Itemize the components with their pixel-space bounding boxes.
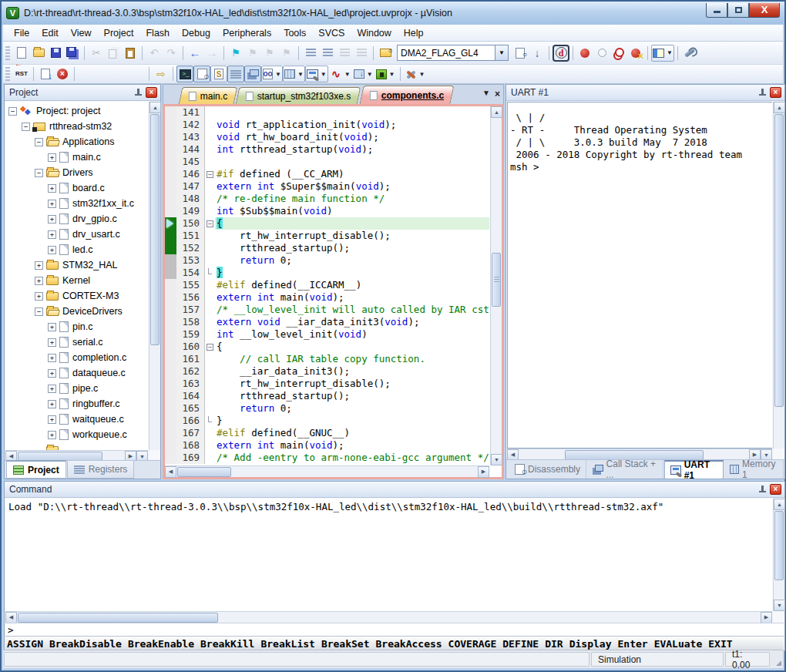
navigate-back-button[interactable] [186, 45, 203, 62]
collapse-icon[interactable]: − [35, 138, 43, 146]
redo-button[interactable] [163, 45, 180, 62]
command-button-breakdisable[interactable]: BreakDisable [49, 638, 122, 650]
menu-tools[interactable]: Tools [277, 25, 312, 41]
editor-vscrollbar[interactable]: ▲ ▼ [490, 106, 502, 465]
pin-icon[interactable] [133, 88, 143, 98]
expand-icon[interactable]: + [48, 385, 56, 393]
tree-item-devicedrivers[interactable]: −DeviceDrivers [5, 304, 148, 319]
command-button-enter[interactable]: Enter [617, 638, 647, 650]
command-button-breakset[interactable]: BreakSet [321, 638, 370, 650]
kill-all-breakpoints-button[interactable] [627, 45, 644, 62]
find-in-files-button[interactable] [377, 45, 394, 62]
pin-icon[interactable] [757, 485, 768, 495]
dropdown-arrow-icon[interactable]: ▼ [344, 71, 351, 78]
close-button[interactable]: X [749, 3, 780, 18]
insert-breakpoint-button[interactable] [576, 45, 593, 62]
tree-item-board-c[interactable]: +board.c [5, 180, 148, 196]
dropdown-arrow-icon[interactable]: ▼ [321, 71, 327, 78]
command-button-breakkill[interactable]: BreakKill [200, 638, 254, 650]
dropdown-arrow-icon[interactable]: ▼ [297, 71, 304, 78]
search-combo[interactable]: DMA2_FLAG_GL4▼ [397, 45, 509, 61]
disable-all-breakpoints-button[interactable] [610, 45, 627, 62]
scroll-down-icon[interactable]: ▼ [491, 454, 502, 465]
scroll-up-icon[interactable]: ▲ [774, 102, 785, 113]
scroll-left-icon[interactable]: ◀ [5, 612, 17, 623]
command-button-breaklist[interactable]: BreakList [260, 638, 314, 650]
code-area[interactable]: 141142void rt_application_init(void);143… [165, 106, 489, 465]
dropdown-arrow-icon[interactable]: ▼ [389, 71, 395, 78]
tree-item-project-project[interactable]: −Project: project [5, 103, 148, 119]
run-to-cursor-button[interactable] [129, 66, 146, 82]
system-viewer-button[interactable]: ▼ [375, 66, 397, 82]
command-button-breakaccess[interactable]: BreakAccess [376, 638, 442, 650]
enable-breakpoint-button[interactable] [593, 45, 610, 62]
next-bookmark-button[interactable] [261, 45, 278, 62]
tree-item-workqueue-c[interactable]: +workqueue.c [5, 427, 148, 442]
scroll-left-icon[interactable]: ◀ [165, 466, 176, 478]
expand-icon[interactable]: + [48, 415, 56, 424]
open-file-button[interactable] [30, 45, 47, 62]
menu-window[interactable]: Window [351, 25, 397, 41]
expand-icon[interactable]: + [48, 338, 56, 347]
menu-file[interactable]: File [8, 25, 35, 41]
tab-list-dropdown-icon[interactable]: ▼ [482, 89, 490, 99]
window-layout-button[interactable]: ▼ [651, 45, 674, 62]
menu-flash[interactable]: Flash [139, 25, 176, 41]
expand-icon[interactable]: + [48, 400, 56, 408]
comment-button[interactable] [336, 45, 353, 62]
fold-collapse-icon[interactable]: − [207, 344, 213, 351]
expand-icon[interactable]: + [48, 215, 56, 223]
debug-toolbox-button[interactable]: ▼ [404, 66, 427, 82]
collapse-icon[interactable]: − [22, 123, 30, 131]
command-vscrollbar[interactable]: ▲ ▼ [773, 499, 784, 611]
tree-item-main-c[interactable]: +main.c [5, 150, 148, 165]
expand-icon[interactable]: + [35, 292, 43, 301]
expand-icon[interactable]: + [48, 230, 56, 239]
analysis-window-button[interactable]: ▼ [328, 66, 352, 82]
find-in-files-results-button[interactable] [512, 45, 529, 62]
tab-memory-1[interactable]: Memory 1 [724, 460, 784, 479]
command-button-exit[interactable]: EXIT [708, 638, 732, 650]
paste-button[interactable] [122, 45, 139, 62]
tree-item-pipe-c[interactable]: +pipe.c [5, 381, 148, 396]
tab-registers[interactable]: Registers [67, 461, 135, 479]
symbol-window-button[interactable]: S [210, 66, 227, 82]
memory-window-button[interactable]: ▼ [283, 66, 305, 82]
close-icon[interactable]: × [770, 484, 781, 495]
uncomment-button[interactable] [353, 45, 370, 62]
expand-icon[interactable]: + [48, 153, 56, 162]
scroll-right-icon[interactable]: ▶ [478, 466, 489, 478]
indent-button[interactable] [302, 45, 319, 62]
collapse-icon[interactable]: − [35, 169, 43, 177]
minimize-button[interactable] [706, 3, 727, 18]
command-window-button[interactable]: >_ [176, 66, 193, 82]
uart-output[interactable]: \ | /- RT - Thread Operating System / | … [507, 102, 772, 449]
expand-icon[interactable]: + [48, 431, 56, 439]
pin-icon[interactable] [757, 88, 768, 98]
search-combo-value[interactable]: DMA2_FLAG_GL4 [397, 45, 495, 61]
command-button-display[interactable]: Display [569, 638, 612, 650]
menu-project[interactable]: Project [98, 25, 140, 41]
dropdown-arrow-icon[interactable]: ▼ [419, 71, 425, 78]
toolbar-grip[interactable] [5, 67, 10, 81]
registers-window-button[interactable] [227, 66, 244, 82]
serial-window-button[interactable]: ▼ [305, 66, 328, 82]
step-button[interactable] [78, 66, 95, 82]
tree-item-item[interactable] [5, 442, 148, 450]
toggle-bookmark-button[interactable] [227, 45, 244, 62]
command-button-assign[interactable]: ASSIGN [7, 638, 43, 650]
command-button-breakenable[interactable]: BreakEnable [128, 638, 194, 650]
callstack-window-button[interactable] [244, 66, 261, 82]
save-button[interactable] [47, 45, 64, 62]
tree-item-led-c[interactable]: +led.c [5, 242, 148, 257]
save-all-button[interactable] [64, 45, 81, 62]
dropdown-arrow-icon[interactable]: ▼ [367, 71, 373, 78]
search-combo-dropdown-icon[interactable]: ▼ [495, 45, 509, 61]
copy-button[interactable] [105, 45, 122, 62]
run-button[interactable] [37, 66, 54, 82]
navigate-forward-button[interactable] [203, 45, 220, 62]
tree-item-stm32-hal[interactable]: +STM32_HAL [5, 257, 148, 273]
command-output[interactable]: Load "D:\\rt-thread\\rt-thread-3.0.3\\bs… [5, 499, 772, 611]
close-document-icon[interactable]: × [495, 89, 500, 99]
tree-item-stm32f1xx-it-c[interactable]: +stm32f1xx_it.c [5, 196, 148, 211]
